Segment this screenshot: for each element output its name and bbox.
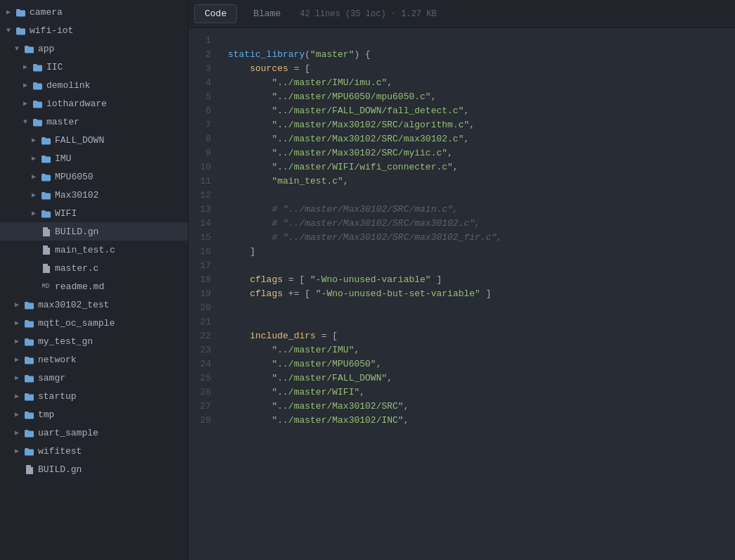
- sidebar-item-tmp[interactable]: ▶tmp: [0, 405, 188, 424]
- sidebar-item-label: samgr: [38, 373, 65, 383]
- line-number: 3: [188, 62, 222, 76]
- sidebar-item-FALL_DOWN[interactable]: ▶FALL_DOWN: [0, 131, 188, 149]
- folder-icon: [23, 391, 35, 401]
- line-number: 25: [188, 371, 222, 386]
- sidebar-item-master.c[interactable]: master.c: [0, 259, 188, 277]
- line-content: sources = [: [222, 62, 310, 76]
- line-number: 8: [188, 132, 222, 146]
- folder-icon: [31, 80, 44, 90]
- folder-icon: [14, 7, 27, 17]
- line-number: 23: [188, 343, 222, 357]
- sidebar-item-label: startup: [38, 391, 77, 402]
- line-content: "../master/IMU/imu.c",: [222, 76, 392, 90]
- folder-icon: [39, 172, 52, 182]
- table-row: 28 "../master/Max30102/INC",: [188, 414, 735, 428]
- line-content: [222, 259, 228, 273]
- table-row: 11 "main_test.c",: [188, 174, 735, 189]
- sidebar-item-app[interactable]: ▼app: [0, 39, 188, 58]
- sidebar-item-my_test_gn[interactable]: ▶my_test_gn: [0, 332, 188, 350]
- line-number: 28: [188, 414, 222, 428]
- line-content: "../master/FALL_DOWN",: [222, 371, 392, 386]
- line-number: 14: [188, 217, 222, 231]
- sidebar-item-max30102_test[interactable]: ▶max30102_test: [0, 295, 188, 314]
- chevron-icon: ▶: [11, 319, 23, 327]
- sidebar-item-label: my_test_gn: [38, 336, 93, 347]
- sidebar-item-samgr[interactable]: ▶samgr: [0, 369, 188, 387]
- table-row: 12: [188, 189, 735, 203]
- table-row: 26 "../master/WIFI",: [188, 386, 735, 400]
- folder-icon: [39, 190, 52, 200]
- sidebar-item-IMU[interactable]: ▶IMU: [0, 149, 188, 167]
- chevron-icon: ▶: [20, 99, 31, 108]
- table-row: 21: [188, 315, 735, 329]
- line-number: 12: [188, 189, 222, 203]
- tab-blame[interactable]: Blame: [243, 4, 291, 23]
- sidebar-item-Max30102[interactable]: ▶Max30102: [0, 186, 188, 204]
- table-row: 18 cflags = [ "-Wno-unused-variable" ]: [188, 273, 735, 287]
- folder-icon: [14, 25, 27, 35]
- sidebar-item-IIC[interactable]: ▶IIC: [0, 58, 188, 76]
- folder-icon: [23, 409, 35, 419]
- tab-code[interactable]: Code: [194, 4, 237, 23]
- line-content: "../master/Max30102/SRC/algorithm.c",: [222, 118, 475, 132]
- table-row: 6 "../master/FALL_DOWN/fall_detect.c",: [188, 104, 735, 118]
- line-content: "../master/MPU6050",: [222, 357, 381, 371]
- sidebar-item-label: IMU: [55, 153, 71, 164]
- chevron-icon: ▶: [11, 300, 23, 309]
- sidebar-item-BUILD.gn[interactable]: BUILD.gn: [0, 222, 188, 241]
- sidebar-item-label: mqtt_oc_sample: [38, 318, 115, 329]
- sidebar-item-label: wifitest: [38, 446, 82, 457]
- chevron-icon: ▶: [20, 81, 31, 89]
- sidebar-item-label: iothardware: [46, 98, 107, 109]
- tab-bar: Code Blame 42 lines (35 loc) · 1.27 KB: [188, 0, 735, 28]
- sidebar-item-mqtt_oc_sample[interactable]: ▶mqtt_oc_sample: [0, 314, 188, 332]
- folder-icon: [39, 135, 52, 145]
- sidebar-item-label: max30102_test: [38, 300, 109, 310]
- sidebar-item-readme.md[interactable]: MDreadme.md: [0, 277, 188, 295]
- chevron-icon: ▼: [11, 45, 23, 53]
- sidebar-item-label: IIC: [46, 62, 63, 72]
- sidebar-item-WIFI[interactable]: ▶WIFI: [0, 204, 188, 222]
- file-icon: [39, 245, 52, 255]
- chevron-icon: ▶: [11, 392, 23, 400]
- line-number: 6: [188, 104, 222, 118]
- line-number: 21: [188, 315, 222, 329]
- sidebar-item-label: BUILD.gn: [55, 227, 98, 237]
- chevron-icon: ▶: [11, 447, 23, 455]
- sidebar-item-label: main_test.c: [55, 245, 115, 255]
- line-number: 11: [188, 174, 222, 189]
- sidebar-item-wifi-iot[interactable]: ▼wifi-iot: [0, 21, 188, 39]
- line-number: 13: [188, 203, 222, 217]
- line-content: include_dirs = [: [222, 329, 338, 343]
- sidebar-item-label: tmp: [38, 409, 54, 420]
- table-row: 10 "../master/WIFI/wifi_connecter.c",: [188, 160, 735, 174]
- line-number: 27: [188, 400, 222, 414]
- sidebar-item-master[interactable]: ▼master: [0, 113, 188, 131]
- line-content: ]: [222, 245, 255, 259]
- line-number: 2: [188, 48, 222, 62]
- table-row: 14 # "../master/Max30102/SRC/max30102.c"…: [188, 217, 735, 231]
- chevron-icon: ▶: [28, 172, 39, 181]
- sidebar-item-uart_sample[interactable]: ▶uart_sample: [0, 424, 188, 442]
- sidebar-item-BUILD2.gn[interactable]: BUILD.gn: [0, 460, 188, 478]
- sidebar-item-network[interactable]: ▶network: [0, 350, 188, 369]
- sidebar-item-camera[interactable]: ▶camera: [0, 3, 188, 21]
- sidebar-item-iothardware[interactable]: ▶iothardware: [0, 94, 188, 113]
- sidebar-item-label: wifi-iot: [30, 25, 73, 36]
- chevron-icon: ▼: [20, 118, 31, 126]
- sidebar-item-startup[interactable]: ▶startup: [0, 387, 188, 405]
- chevron-icon: ▶: [28, 136, 39, 144]
- chevron-icon: ▶: [11, 355, 23, 364]
- line-number: 19: [188, 287, 222, 301]
- sidebar-item-wifitest[interactable]: ▶wifitest: [0, 442, 188, 460]
- sidebar-item-main_test.c[interactable]: main_test.c: [0, 241, 188, 259]
- file-icon: [23, 464, 35, 475]
- sidebar-item-demolink[interactable]: ▶demolink: [0, 76, 188, 94]
- table-row: 25 "../master/FALL_DOWN",: [188, 371, 735, 386]
- code-area[interactable]: 12static_library("master") {3 sources = …: [188, 28, 735, 560]
- folder-icon: [39, 208, 52, 218]
- line-content: "../master/Max30102/SRC/max30102.c",: [222, 132, 469, 146]
- line-number: 4: [188, 76, 222, 90]
- line-number: 22: [188, 329, 222, 343]
- sidebar-item-MPU6050[interactable]: ▶MPU6050: [0, 167, 188, 186]
